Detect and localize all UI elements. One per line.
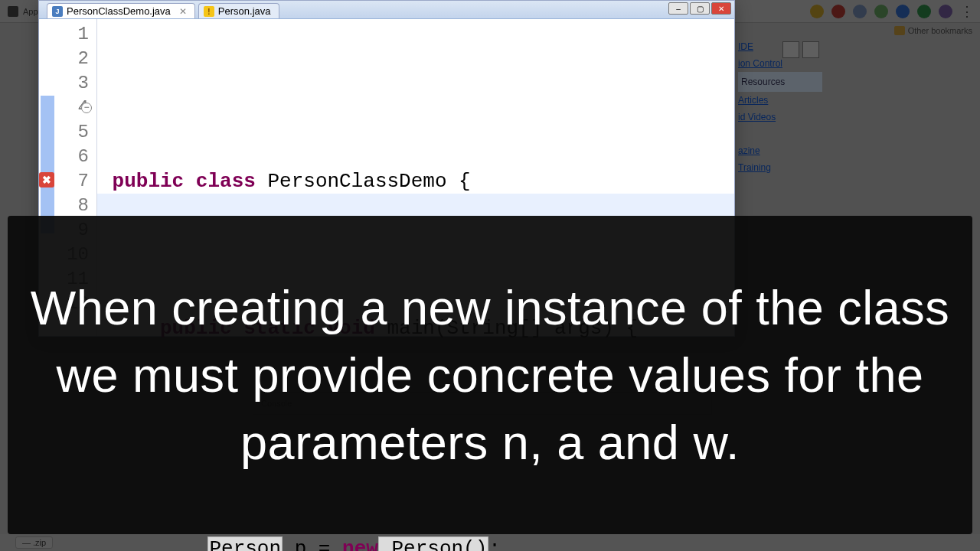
ext-icon-2[interactable] [853,5,867,18]
kw-class: class [196,170,256,193]
tab-personclassdemo[interactable]: J PersonClassDemo.java ✕ [47,3,195,18]
ext-icon-4[interactable] [896,5,910,18]
window-controls: – ▢ ✕ [668,2,731,15]
kw-new: new [342,537,378,551]
line-number: 5 [39,120,89,145]
line-number: 4 − [39,96,89,120]
line-number: 8 [39,194,89,218]
code-line: public class PersonClassDemo { [100,169,734,194]
close-icon[interactable]: ✕ [179,6,187,17]
semicolon: ; [488,537,501,551]
profile-avatar[interactable] [939,5,952,18]
link-resources[interactable]: Resources [738,72,822,92]
tab-person[interactable]: ! Person.java [198,3,279,18]
line-number: 1 [39,22,89,47]
java-file-icon: J [52,6,63,17]
link-zine[interactable]: azine [738,142,822,159]
ctor-call: Person() [378,536,488,551]
type-person: Person [207,536,283,551]
maximize-button[interactable]: ▢ [690,2,710,15]
caption-text: When creating a new instance of the clas… [23,274,957,477]
link-training[interactable]: Training [738,159,822,176]
other-bookmarks-label: Other bookmarks [908,26,972,35]
code-line: Person p = new Person(); [100,536,734,551]
line-number: 2 [39,47,89,71]
ext-icon-5[interactable] [917,5,931,18]
class-name: PersonClassDemo { [267,170,470,193]
line-number: 3 [39,71,89,96]
minimize-button[interactable]: – [668,2,688,15]
browser-extension-icons: ⋮ [810,3,974,20]
apps-icon [8,6,18,17]
tab-label-2: Person.java [218,5,271,17]
ext-icon-3[interactable] [874,5,888,18]
caption-overlay: When creating a new instance of the clas… [8,216,972,534]
var-decl: p = [283,537,342,551]
fold-icon[interactable]: − [81,103,92,113]
code-line [100,96,734,120]
line-number: 7 [39,169,89,194]
other-bookmarks[interactable]: Other bookmarks [894,26,972,35]
adblock-icon[interactable] [831,5,845,18]
folder-icon [894,26,905,35]
warning-icon: ! [204,6,214,17]
chrome-menu-icon[interactable]: ⋮ [960,3,974,20]
download-chip[interactable]: — .zip [15,536,53,549]
kw-public: public [113,170,185,193]
link-articles[interactable]: Articles [738,92,822,109]
editor-tabs: J PersonClassDemo.java ✕ ! Person.java –… [39,1,734,19]
link-ide[interactable]: IDE [738,38,822,55]
close-window-button[interactable]: ✕ [711,2,731,15]
tab-label-1: PersonClassDemo.java [67,5,171,17]
current-line-highlight [97,194,734,218]
line-number: 6 [39,145,89,169]
ext-icon-1[interactable] [810,5,824,18]
link-ion-control[interactable]: ion Control [738,55,822,72]
link-videos[interactable]: id Videos [738,109,822,126]
